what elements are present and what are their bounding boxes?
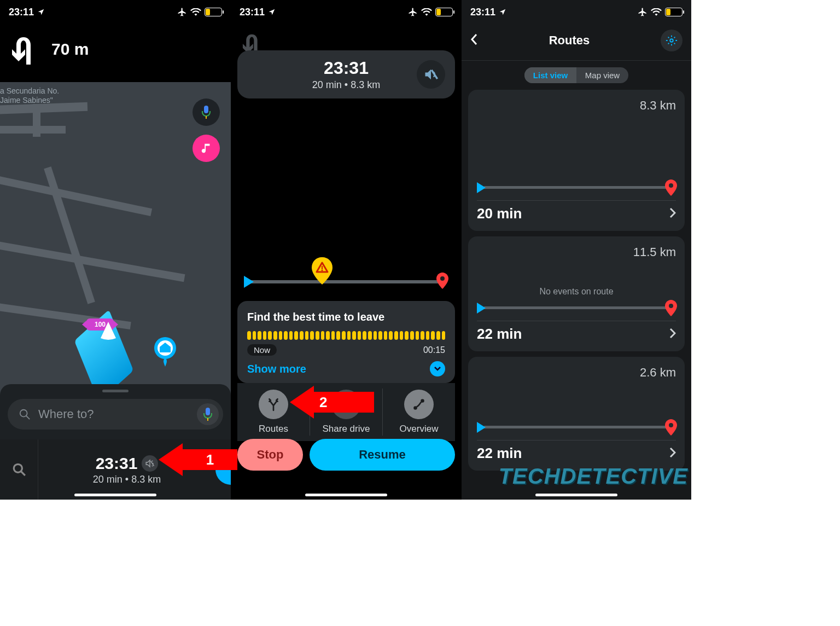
chevron-right-icon	[669, 328, 676, 339]
voice-button[interactable]	[192, 98, 220, 126]
best-time-title: Find the best time to leave	[247, 311, 445, 323]
show-more-link[interactable]: Show more	[247, 363, 306, 375]
svg-rect-1	[206, 116, 207, 119]
svg-rect-0	[204, 106, 208, 113]
no-events-label: No events on route	[477, 287, 676, 297]
tab-list-view[interactable]: List view	[524, 67, 576, 83]
search-icon	[19, 408, 31, 420]
route-end-icon	[665, 419, 677, 438]
overview-button[interactable]: Overview	[383, 383, 455, 441]
annotation-arrow-2: 2	[290, 386, 374, 419]
svg-rect-14	[322, 266, 323, 269]
bottom-buttons: Stop Resume	[237, 439, 455, 471]
mute-button[interactable]	[417, 60, 445, 89]
route-end-icon	[436, 273, 448, 291]
search-voice-button[interactable]	[197, 403, 219, 425]
svg-point-4	[20, 410, 27, 417]
overview-icon	[412, 397, 426, 411]
svg-point-23	[669, 423, 673, 427]
uturn-icon	[11, 34, 38, 65]
routes-header: Routes	[462, 24, 691, 61]
route-end-icon	[665, 300, 677, 318]
map-street-label: a Secundaria No. Jaime Sabines"	[0, 86, 59, 105]
chevron-right-icon	[669, 207, 676, 218]
airplane-icon	[408, 7, 418, 17]
search-sheet[interactable]: Where to?	[0, 384, 231, 439]
route-card[interactable]: 11.5 km No events on route 22 min	[468, 236, 685, 351]
turn-instruction: 70 m	[0, 24, 231, 81]
home-indicator[interactable]	[74, 494, 156, 496]
search-placeholder: Where to?	[38, 407, 197, 421]
route-progress	[244, 268, 448, 295]
user-arrow-icon	[100, 322, 117, 341]
route-card[interactable]: 8.3 km 20 min	[468, 90, 685, 231]
route-chevron[interactable]	[669, 328, 676, 341]
route-distance: 8.3 km	[477, 98, 676, 113]
eta-time: 23:31	[276, 58, 417, 78]
traffic-dots	[247, 331, 445, 340]
eta-sub: 20 min • 8.3 km	[276, 79, 417, 91]
battery-icon: 28	[205, 8, 222, 16]
drag-handle[interactable]	[102, 390, 129, 392]
turn-distance: 70 m	[51, 40, 89, 59]
view-segmented[interactable]: List view Map view	[524, 67, 628, 83]
route-bar	[477, 300, 676, 316]
svg-point-22	[669, 304, 673, 308]
settings-button[interactable]	[661, 30, 682, 51]
annotation-arrow-1: 1	[159, 443, 237, 476]
chevron-left-icon	[470, 33, 478, 45]
tab-map-view[interactable]: Map view	[576, 67, 628, 83]
airplane-icon	[177, 7, 187, 17]
location-icon	[268, 8, 276, 16]
status-bar: 23:11 27	[462, 0, 691, 24]
later-time: 00:15	[423, 345, 445, 355]
route-end-icon	[665, 179, 677, 198]
search-bar[interactable]: Where to?	[8, 399, 223, 430]
wifi-icon	[651, 8, 662, 16]
battery-icon: 27	[665, 8, 682, 16]
route-card[interactable]: 2.6 km 22 min	[468, 357, 685, 471]
svg-point-12	[440, 276, 445, 281]
battery-icon: 28	[435, 8, 453, 16]
route-chevron[interactable]	[669, 447, 676, 460]
home-indicator[interactable]	[305, 494, 387, 496]
status-bar: 23:11 28	[0, 0, 231, 24]
expand-button[interactable]	[430, 361, 445, 376]
route-time: 20 min	[477, 205, 522, 222]
screenshot-3: 23:11 27 Routes List view Map view 8.3 k…	[462, 0, 691, 500]
chevron-right-icon	[669, 447, 676, 458]
airplane-icon	[638, 7, 648, 17]
routes-title: Routes	[549, 33, 590, 48]
route-bar	[477, 179, 676, 196]
svg-line-5	[26, 416, 30, 419]
eta-search-button[interactable]	[0, 439, 38, 500]
stop-button[interactable]: Stop	[237, 439, 303, 471]
svg-line-9	[21, 471, 25, 476]
status-bar: 23:11 28	[231, 0, 462, 24]
resume-button[interactable]: Resume	[310, 439, 455, 471]
mic-icon	[203, 408, 213, 421]
route-start-icon	[477, 303, 486, 314]
home-pin-icon[interactable]	[152, 336, 178, 368]
svg-point-20	[670, 39, 673, 42]
route-start-icon	[244, 276, 254, 288]
music-button[interactable]	[192, 135, 220, 162]
svg-point-13	[322, 270, 323, 271]
route-start-icon	[477, 422, 486, 433]
route-distance: 11.5 km	[477, 245, 676, 259]
mic-icon	[201, 106, 211, 119]
best-time-card[interactable]: Find the best time to leave Now 00:15 Sh…	[237, 301, 455, 383]
route-chevron[interactable]	[669, 207, 676, 221]
screenshot-2: 23:11 28 23:31 20 min • 8.3 km Find the …	[231, 0, 462, 500]
home-indicator[interactable]	[535, 494, 617, 496]
hazard-pin[interactable]	[311, 257, 334, 287]
sound-off-badge	[142, 455, 158, 472]
svg-point-21	[669, 183, 673, 188]
mute-icon	[145, 459, 155, 468]
eta-banner[interactable]: 23:31 20 min • 8.3 km	[237, 50, 455, 98]
route-bar	[477, 419, 676, 436]
status-time: 23:11	[9, 7, 34, 18]
back-button[interactable]	[470, 33, 478, 48]
svg-rect-7	[207, 418, 208, 421]
mute-icon	[423, 67, 439, 82]
